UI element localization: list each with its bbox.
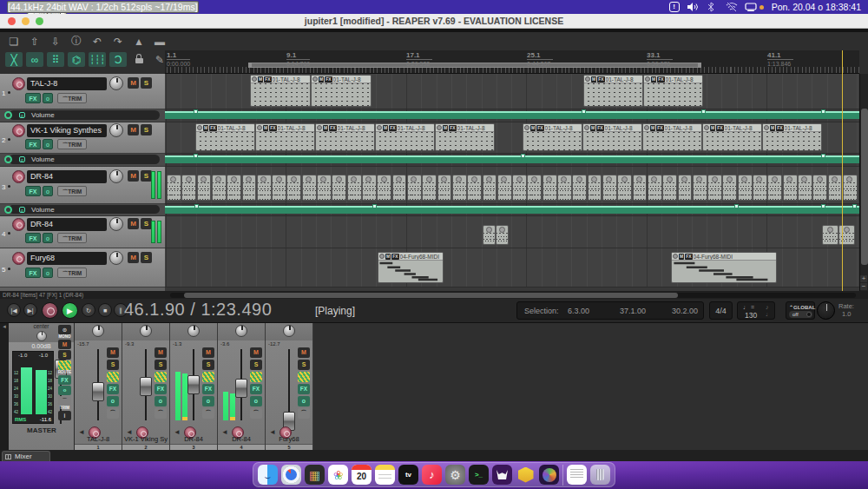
crossfade-icon[interactable]: ╳ (5, 52, 23, 67)
selection-start[interactable]: 6.3.00 (568, 307, 589, 315)
item-fx-badge[interactable]: FX (389, 125, 396, 131)
envelope-io-button[interactable]: o (19, 156, 25, 162)
drum-midi-item[interactable] (181, 175, 196, 201)
drum-midi-item[interactable] (407, 175, 422, 201)
item-fx-badge[interactable]: FX (391, 254, 398, 260)
small-midi-item[interactable] (483, 225, 496, 245)
track-panel-tal-j-8[interactable]: 1TAL-J-8MSFXo⌒TRIM (0, 74, 165, 109)
mute-button[interactable]: M (128, 77, 139, 89)
strip-pan-knob[interactable] (92, 325, 104, 337)
metronome-icon[interactable]: ▲ (130, 34, 148, 49)
time-signature[interactable]: 4/4 (709, 301, 733, 320)
item-mute-icon[interactable] (198, 175, 211, 182)
strip-fader-cap[interactable] (235, 379, 247, 398)
item-mute-icon[interactable] (483, 226, 495, 233)
drum-midi-item[interactable] (588, 175, 602, 201)
item-mute-badge[interactable]: M (591, 76, 596, 83)
strip-pan-knob[interactable] (187, 325, 200, 337)
strip-io-button[interactable]: o (107, 396, 119, 406)
strip-pan-knob[interactable] (140, 325, 152, 337)
small-midi-item[interactable] (838, 225, 855, 245)
drum-midi-item[interactable] (633, 175, 648, 201)
item-mute-badge[interactable]: M (679, 254, 684, 260)
notification-icon[interactable]: ! (669, 2, 680, 12)
item-mute-icon[interactable] (708, 175, 721, 182)
drum-midi-item[interactable] (843, 175, 858, 201)
item-mute-badge[interactable]: M (258, 76, 263, 83)
master-fx-button[interactable]: FX (58, 375, 71, 385)
mixer-tab[interactable]: Mixer (2, 451, 50, 461)
master-strip[interactable]: center 0.00dB -1.0 -1.0 121824303642 121… (9, 323, 75, 450)
item-mute-icon[interactable] (423, 175, 436, 182)
dock-icon-notes[interactable] (375, 465, 395, 485)
item-mute-badge[interactable]: M (770, 125, 775, 131)
item-mute-icon[interactable] (823, 226, 838, 233)
item-mute-icon[interactable] (168, 175, 181, 182)
midi-item[interactable]: MFX01-TAL-J-8 (702, 123, 762, 151)
envelope-panel-volume[interactable]: oVolume (0, 109, 165, 122)
project-settings-icon[interactable]: ⓘ (68, 34, 85, 49)
midi-item[interactable]: MFX01-TAL-J-8 (435, 123, 495, 151)
save-project-icon[interactable]: ⇩ (47, 34, 64, 49)
record-button[interactable] (42, 302, 58, 319)
midi-item[interactable]: MFX01-TAL-J-8 (195, 123, 255, 151)
item-mute-icon[interactable] (558, 175, 571, 182)
ripple-edit-icon[interactable]: ⌬ (68, 52, 85, 67)
item-mute-icon[interactable] (513, 175, 526, 182)
drum-midi-item[interactable] (483, 175, 497, 201)
track-panel-fury68[interactable]: 5Fury68MSFXo⌒TRIM (0, 248, 165, 287)
strip-fader-cap[interactable] (140, 377, 152, 396)
fury-midi-item[interactable]: MFX04-Fury68-MIDI (671, 252, 777, 283)
go-to-start-button[interactable]: |◀ (7, 303, 21, 317)
item-mute-icon[interactable] (585, 76, 590, 82)
envelope-point[interactable] (194, 154, 198, 158)
pan-knob[interactable] (109, 76, 123, 90)
item-mute-icon[interactable] (213, 175, 226, 182)
dock-icon-reaper[interactable] (539, 465, 559, 485)
fx-button[interactable]: FX (25, 186, 41, 196)
item-mute-icon[interactable] (252, 76, 257, 82)
envelope-point[interactable] (821, 204, 825, 208)
midi-item[interactable]: MFX01-TAL-J-8 (311, 75, 372, 107)
envelope-point[interactable] (734, 204, 739, 208)
strip-mute-button[interactable]: M (202, 347, 214, 358)
item-mute-icon[interactable] (437, 125, 442, 130)
item-mute-icon[interactable] (227, 175, 240, 182)
envelope-point[interactable] (701, 109, 706, 114)
drum-midi-item[interactable] (707, 175, 722, 201)
dock-icon-launchpad[interactable] (305, 465, 325, 485)
midi-item[interactable]: MFX01-TAL-J-8 (582, 123, 642, 151)
item-fx-badge[interactable]: FX (776, 125, 783, 131)
drum-midi-item[interactable] (302, 175, 317, 201)
midi-editor-icon[interactable]: ⠿ (47, 52, 64, 67)
item-mute-icon[interactable] (764, 125, 769, 130)
item-mute-icon[interactable] (663, 175, 676, 182)
zoom-in-button[interactable]: + (860, 275, 867, 282)
item-mute-icon[interactable] (528, 175, 541, 182)
item-fx-badge[interactable]: FX (597, 76, 604, 83)
envelope-io-button[interactable]: o (19, 207, 25, 213)
drum-midi-item[interactable] (557, 175, 572, 201)
envelope-point[interactable] (194, 109, 198, 114)
loop-selection-bar[interactable] (248, 63, 701, 68)
item-mute-badge[interactable]: M (385, 254, 391, 260)
mute-button[interactable]: M (128, 218, 139, 229)
item-mute-icon[interactable] (318, 175, 331, 182)
selection-end[interactable]: 37.1.00 (620, 307, 646, 315)
io-button[interactable]: o (43, 233, 53, 243)
item-mute-icon[interactable] (453, 175, 466, 182)
item-mute-badge[interactable]: M (650, 125, 655, 131)
envelope-point[interactable] (521, 154, 525, 158)
fury-midi-item[interactable]: MFX04-Fury68-MIDI (378, 252, 444, 283)
drum-midi-item[interactable] (497, 175, 512, 201)
item-mute-badge[interactable]: M (323, 125, 328, 131)
envelope-point[interactable] (821, 154, 825, 158)
item-mute-icon[interactable] (258, 175, 271, 182)
snap-icon[interactable]: Ɔ (109, 52, 127, 67)
drum-midi-item[interactable] (212, 175, 227, 201)
solo-button[interactable]: S (141, 77, 152, 89)
drum-midi-item[interactable] (722, 175, 737, 201)
dock-icon-calendar[interactable]: 20 (352, 465, 372, 485)
midi-item[interactable]: MFX01-TAL-J-8 (642, 123, 702, 151)
item-mute-icon[interactable] (303, 175, 316, 182)
